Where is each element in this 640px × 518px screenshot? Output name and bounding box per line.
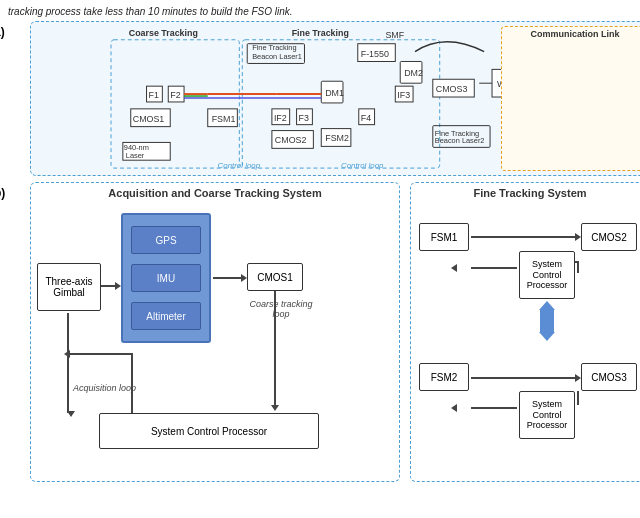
- acquisition-loop-label: Acquisition loop: [73, 383, 136, 393]
- svg-text:Control loop: Control loop: [341, 161, 384, 170]
- svg-text:IF3: IF3: [397, 90, 410, 100]
- three-axis-gimbal-block: Three-axis Gimbal: [37, 263, 101, 311]
- svg-text:FSM1: FSM1: [212, 114, 236, 124]
- gps-block: GPS: [131, 226, 201, 254]
- acquisition-box: Acquisition and Coarse Tracking System T…: [30, 182, 400, 482]
- comm-link-title: Communication Link: [502, 27, 640, 41]
- cmos3-block: CMOS3: [581, 363, 637, 391]
- svg-text:CMOS3: CMOS3: [436, 84, 468, 94]
- arrow-scptop-fsm1: [471, 267, 517, 269]
- sensor-group-box: GPS IMU Altimeter: [121, 213, 211, 343]
- svg-text:FSM2: FSM2: [325, 133, 349, 143]
- svg-text:Beacon Laser2: Beacon Laser2: [435, 136, 485, 145]
- svg-text:CMOS1: CMOS1: [133, 114, 165, 124]
- arrowhead-scpbottom-fsm2: [451, 404, 457, 412]
- arrowhead-cmos1-scp: [271, 405, 279, 411]
- arrow-v-cmos2-scp: [577, 261, 579, 273]
- altimeter-block: Altimeter: [131, 302, 201, 330]
- arrowhead-scptop-fsm1: [451, 264, 457, 272]
- arrow-scpbottom-fsm2: [471, 407, 517, 409]
- acquisition-title: Acquisition and Coarse Tracking System: [31, 183, 399, 201]
- coarse-loop-label: Coarse tracking loop: [246, 299, 316, 319]
- part-a-diagram: Coarse Tracking Fine Tracking Fine Track…: [30, 21, 640, 176]
- arrow-h-cmos2-scp1: [575, 261, 577, 263]
- svg-text:IF2: IF2: [274, 113, 287, 123]
- arrowhead-fsm1-cmos2: [575, 233, 581, 241]
- svg-text:F4: F4: [361, 113, 371, 123]
- svg-text:SMF: SMF: [385, 30, 404, 40]
- imu-block: IMU: [131, 264, 201, 292]
- part-b-label: (b): [0, 186, 5, 200]
- svg-text:Control loop: Control loop: [218, 161, 261, 170]
- svg-text:DM2: DM2: [404, 68, 423, 78]
- arrowhead-gimbal-scp: [67, 411, 75, 417]
- arrowhead-fsm2-cmos3: [575, 374, 581, 382]
- fsm1-block: FSM1: [419, 223, 469, 251]
- svg-text:F2: F2: [170, 90, 180, 100]
- svg-text:DM1: DM1: [325, 88, 344, 98]
- svg-text:Beacon Laser1: Beacon Laser1: [252, 52, 302, 61]
- arrowhead-gimbal-sensor: [115, 282, 121, 290]
- arrow-fsm2-cmos3: [471, 377, 579, 379]
- fine-tracking-box: Fine Tracking System FSM1 CMOS2 System C…: [410, 182, 640, 482]
- arrow-h-scp-gimbal: [67, 353, 131, 355]
- svg-text:F-1550: F-1550: [361, 49, 389, 59]
- arrowhead-sensor-cmos1: [241, 274, 247, 282]
- fine-tracking-title: Fine Tracking System: [411, 183, 640, 201]
- svg-text:Laser: Laser: [126, 151, 145, 160]
- cmos2-block: CMOS2: [581, 223, 637, 251]
- svg-text:CMOS2: CMOS2: [275, 135, 307, 145]
- svg-text:Fine Tracking: Fine Tracking: [292, 28, 349, 38]
- scp-top-block: System Control Processor: [519, 251, 575, 299]
- arrow-v-cmos1-down: [274, 291, 276, 409]
- scp-main-block: System Control Processor: [99, 413, 319, 449]
- part-a-label: (a): [0, 25, 5, 39]
- fsm2-block: FSM2: [419, 363, 469, 391]
- part-b-diagram: Acquisition and Coarse Tracking System T…: [30, 182, 640, 492]
- scp-bottom-block: System Control Processor: [519, 391, 575, 439]
- double-arrow-between-scps: [539, 301, 555, 341]
- svg-text:Coarse Tracking: Coarse Tracking: [129, 28, 198, 38]
- svg-text:F3: F3: [299, 113, 309, 123]
- arrow-fsm1-cmos2: [471, 236, 579, 238]
- comm-link-box: Communication Link: [501, 26, 640, 171]
- cmos1-block: CMOS1: [247, 263, 303, 291]
- top-text: tracking process take less than 10 minut…: [8, 6, 632, 17]
- arrow-v-cmos3-scp: [577, 391, 579, 405]
- arrow-v-gimbal-scp: [67, 313, 69, 413]
- svg-text:F1: F1: [149, 90, 159, 100]
